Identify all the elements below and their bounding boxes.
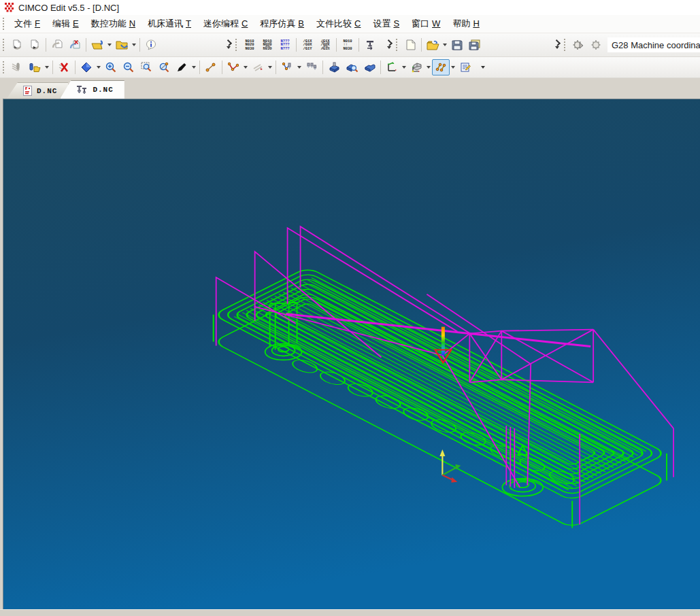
measure-distance-button[interactable] — [202, 59, 220, 75]
separator — [75, 61, 76, 74]
menu-window[interactable]: 窗口W — [405, 16, 446, 32]
save-file-button[interactable] — [448, 37, 466, 53]
folder-receive-icon — [91, 39, 103, 50]
open-file-button[interactable] — [424, 37, 441, 53]
menu-help[interactable]: 帮助H — [446, 16, 485, 32]
receive-file-button[interactable] — [8, 37, 26, 53]
window-title: CIMCO Edit v5.5 - [D.NC] — [18, 3, 119, 13]
separator — [86, 38, 86, 52]
show-all-tools-button[interactable] — [303, 59, 320, 75]
backplot-canvas[interactable] — [3, 99, 700, 609]
close-backplot-button[interactable] — [55, 59, 73, 75]
send-dropdown[interactable] — [131, 37, 137, 53]
toolbar-drag-handle[interactable] — [2, 61, 5, 74]
renumber-lines-button[interactable]: N010 N020 N030 — [241, 37, 259, 53]
menu-backplot[interactable]: 程序仿真B — [254, 16, 310, 32]
tab-editor-dnc[interactable]: D.NC — [7, 82, 68, 99]
menu-file[interactable]: 文件F — [8, 16, 46, 32]
iso-view-dropdown[interactable] — [425, 59, 432, 75]
send-from-folder-button[interactable] — [113, 37, 131, 53]
view-mode-button[interactable] — [78, 59, 95, 75]
solid-simulation-button[interactable] — [325, 59, 343, 75]
remove-line-numbers-button[interactable]: N010 N0X0 N030 — [259, 37, 276, 53]
stop-transfer-button[interactable] — [66, 37, 84, 53]
toolbar-drag-handle[interactable] — [2, 38, 5, 52]
transfer-file-icon — [52, 39, 63, 50]
goto-line-icon — [365, 39, 376, 50]
title-bar: CIMCO Edit v5.5 - [D.NC] — [0, 0, 700, 15]
draw-mode-dropdown[interactable] — [190, 59, 197, 75]
menu-edit[interactable]: 编辑E — [46, 16, 85, 32]
zoom-window-icon — [141, 62, 152, 73]
menu-settings[interactable]: 设置S — [367, 16, 405, 32]
solid-block-button[interactable] — [361, 59, 378, 75]
zoom-measure-button[interactable] — [155, 59, 173, 75]
toolbar-drag-handle[interactable] — [395, 38, 399, 52]
measure-angle-button[interactable] — [224, 59, 242, 75]
save-all-button[interactable] — [466, 37, 484, 53]
solid-zoom-button[interactable] — [343, 59, 361, 75]
toolbar-overflow-button[interactable] — [478, 58, 487, 76]
edit-macro-button[interactable] — [587, 37, 605, 53]
renumber-blocks-button[interactable]: N??? N??? N??? — [276, 37, 294, 53]
folder-send-icon — [116, 39, 128, 50]
dropdown-caret-icon — [451, 66, 455, 69]
app-window: CIMCO Edit v5.5 - [D.NC] 文件F 编辑E 数控功能N 机… — [0, 0, 700, 616]
view-mode-dropdown[interactable] — [95, 59, 102, 75]
receive-dropdown[interactable] — [106, 37, 113, 53]
menu-nc-functions[interactable]: 数控功能N — [85, 16, 141, 32]
goto-line-button[interactable] — [361, 37, 379, 53]
draw-mode-button[interactable] — [173, 59, 190, 75]
zoom-out-button[interactable] — [120, 59, 137, 75]
toolbar-overflow-button[interactable] — [224, 36, 233, 54]
measure-disabled-dropdown[interactable] — [267, 59, 273, 75]
transfer-file-button[interactable] — [48, 37, 66, 53]
backplot-disabled-button[interactable] — [8, 59, 26, 75]
show-tool-button[interactable] — [278, 59, 296, 75]
chevron-right-icon — [225, 39, 232, 46]
show-tool-dropdown[interactable] — [296, 59, 303, 75]
zoom-in-button[interactable] — [102, 59, 120, 75]
menu-machine-comm[interactable]: 机床通讯T — [141, 16, 197, 32]
tab-backplot-dnc[interactable]: D.NC — [60, 80, 124, 99]
view-axes-dropdown[interactable] — [401, 59, 407, 75]
info-button[interactable] — [142, 37, 160, 53]
separator — [296, 38, 297, 52]
toolbar-drag-handle[interactable] — [235, 38, 238, 52]
send-file-button[interactable] — [26, 37, 44, 53]
dropdown-caret-icon — [192, 66, 196, 69]
toolpath-points-dropdown[interactable] — [450, 59, 456, 75]
dropdown-caret-icon — [107, 44, 112, 46]
insert-slashes-icon: /G1X /G0X /G1Y — [303, 39, 312, 51]
new-file-button[interactable] — [401, 37, 419, 53]
receive-to-editor-button[interactable] — [88, 37, 106, 53]
toolbar-drag-handle[interactable] — [563, 38, 567, 52]
insert-macro-button[interactable] — [569, 37, 587, 53]
iso-view-button[interactable] — [407, 59, 425, 75]
insert-block-skip-button[interactable]: /G1X /G0X /G1Y — [299, 37, 316, 53]
toolbar-overflow-button[interactable] — [384, 36, 393, 54]
open-tool-setup-button[interactable] — [26, 59, 44, 75]
view-axes-button[interactable] — [383, 59, 401, 75]
goto-block-button[interactable]: N010 ↑↑ N030 — [339, 37, 356, 53]
backplot-viewport — [3, 99, 700, 609]
file-toolbar — [393, 33, 561, 56]
menu-file-compare[interactable]: 文件比较C — [310, 16, 367, 32]
renumber-unknown-icon: N??? N??? N??? — [280, 39, 289, 51]
backplot-settings-button[interactable] — [456, 59, 474, 75]
menu-mini-programming[interactable]: 迷你编程C — [197, 16, 254, 32]
dropdown-caret-icon — [443, 44, 447, 46]
chevron-down-icon — [227, 46, 231, 49]
menubar-drag-handle[interactable] — [2, 17, 5, 31]
zoom-window-button[interactable] — [137, 59, 155, 75]
toolbar-row-2 — [0, 57, 700, 78]
macro-combobox[interactable]: G28 Machine coordinate r — [607, 37, 700, 52]
measure-angle-dropdown[interactable] — [242, 59, 249, 75]
tool-setup-dropdown[interactable] — [44, 59, 50, 75]
toolbar-overflow-button[interactable] — [552, 36, 561, 54]
dropdown-caret-icon — [45, 66, 49, 69]
remove-block-skip-button[interactable]: /G1X /G0X /G1X — [316, 37, 334, 53]
show-toolpath-points-button[interactable] — [432, 59, 450, 75]
open-recent-dropdown[interactable] — [441, 37, 448, 53]
measure-disabled-button[interactable] — [249, 59, 267, 75]
